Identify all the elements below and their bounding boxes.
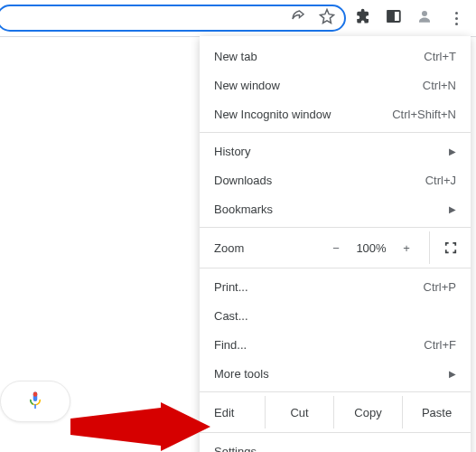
edit-paste-button[interactable]: Paste xyxy=(402,396,471,428)
chevron-right-icon: ▶ xyxy=(449,369,456,379)
menu-shortcut: Ctrl+T xyxy=(424,50,456,63)
edit-cut-button[interactable]: Cut xyxy=(265,396,333,428)
menu-separator xyxy=(200,432,471,433)
menu-zoom: Zoom − 100% + xyxy=(200,231,471,264)
svg-marker-6 xyxy=(70,402,210,451)
menu-bookmarks[interactable]: Bookmarks ▶ xyxy=(200,194,471,223)
zoom-value: 100% xyxy=(351,241,391,255)
menu-new-window[interactable]: New window Ctrl+N xyxy=(200,71,471,99)
toolbar-actions xyxy=(355,8,469,28)
share-icon[interactable] xyxy=(290,8,306,28)
zoom-out-button[interactable]: − xyxy=(321,241,351,255)
profile-icon[interactable] xyxy=(416,8,433,28)
menu-label: Print... xyxy=(214,280,248,294)
fullscreen-icon xyxy=(444,241,457,254)
kebab-menu-button[interactable] xyxy=(447,9,465,27)
menu-incognito[interactable]: New Incognito window Ctrl+Shift+N xyxy=(200,99,471,128)
menu-shortcut: Ctrl+Shift+N xyxy=(392,108,456,121)
menu-print[interactable]: Print... Ctrl+P xyxy=(200,272,471,301)
menu-label: New window xyxy=(214,79,280,92)
edit-copy-button[interactable]: Copy xyxy=(333,396,402,428)
overflow-menu: New tab Ctrl+T New window Ctrl+N New Inc… xyxy=(200,36,471,452)
chevron-right-icon: ▶ xyxy=(449,146,456,156)
menu-shortcut: Ctrl+F xyxy=(424,338,456,352)
svg-rect-4 xyxy=(33,392,38,397)
fullscreen-button[interactable] xyxy=(429,231,471,264)
menu-label: History xyxy=(214,145,250,158)
microphone-icon xyxy=(27,391,43,412)
browser-toolbar xyxy=(0,0,476,36)
menu-separator xyxy=(200,268,471,268)
menu-history[interactable]: History ▶ xyxy=(200,137,471,165)
menu-label: Settings xyxy=(214,445,257,453)
menu-shortcut: Ctrl+J xyxy=(425,174,456,187)
menu-shortcut: Ctrl+N xyxy=(423,79,456,92)
menu-label: Bookmarks xyxy=(214,202,273,216)
menu-separator xyxy=(200,227,471,228)
side-panel-icon[interactable] xyxy=(386,8,402,28)
menu-label: Edit xyxy=(200,406,265,419)
menu-label: New Incognito window xyxy=(214,108,331,121)
address-bar[interactable] xyxy=(0,5,346,32)
zoom-in-button[interactable]: + xyxy=(391,241,422,255)
menu-settings[interactable]: Settings xyxy=(200,437,471,452)
svg-rect-1 xyxy=(387,11,394,22)
menu-find[interactable]: Find... Ctrl+F xyxy=(200,330,471,359)
menu-more-tools[interactable]: More tools ▶ xyxy=(200,359,471,388)
menu-label: Find... xyxy=(214,338,247,352)
star-icon[interactable] xyxy=(319,8,335,28)
menu-label: Downloads xyxy=(214,174,272,187)
chevron-right-icon: ▶ xyxy=(449,204,456,214)
menu-edit-row: Edit Cut Copy Paste xyxy=(200,396,471,428)
menu-label: Cast... xyxy=(214,309,248,323)
menu-label: New tab xyxy=(214,50,257,63)
menu-label: Zoom xyxy=(214,241,321,255)
menu-separator xyxy=(200,132,471,133)
menu-separator xyxy=(200,391,471,392)
menu-new-tab[interactable]: New tab Ctrl+T xyxy=(200,42,471,71)
menu-downloads[interactable]: Downloads Ctrl+J xyxy=(200,165,471,194)
menu-cast[interactable]: Cast... xyxy=(200,301,471,330)
menu-shortcut: Ctrl+P xyxy=(424,280,456,294)
annotation-arrow xyxy=(70,402,210,451)
svg-point-2 xyxy=(422,11,427,16)
extensions-icon[interactable] xyxy=(355,8,371,28)
page-content: New tab Ctrl+T New window Ctrl+N New Inc… xyxy=(0,36,476,452)
voice-search-button[interactable] xyxy=(0,381,70,422)
menu-label: More tools xyxy=(214,367,269,381)
